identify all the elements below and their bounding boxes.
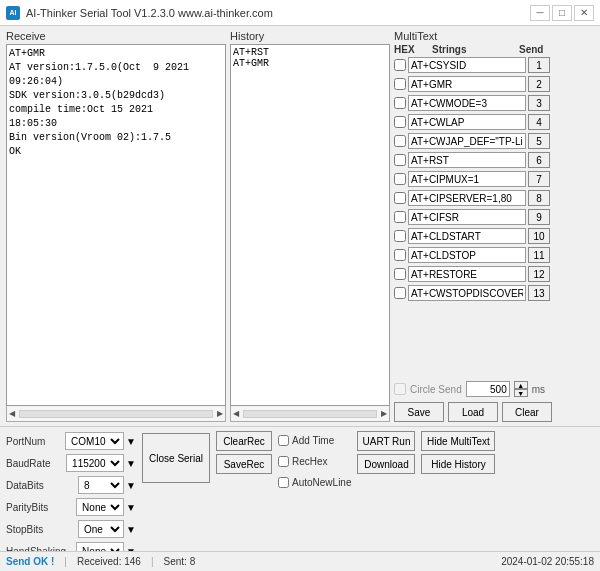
mt-send-btn-2[interactable]: 2	[528, 76, 550, 92]
clearrec-button[interactable]: ClearRec	[216, 431, 272, 451]
portnum-select[interactable]: COM10	[65, 432, 124, 450]
databits-select[interactable]: 8	[78, 476, 124, 494]
parity-label: ParityBits	[6, 502, 76, 513]
uart-run-button[interactable]: UART Run	[357, 431, 415, 451]
stopbits-chevron[interactable]: ▼	[124, 524, 136, 535]
mt-send-btn-9[interactable]: 9	[528, 209, 550, 225]
mt-send-btn-10[interactable]: 10	[528, 228, 550, 244]
mt-input-7[interactable]	[408, 171, 526, 187]
mt-check-13[interactable]	[394, 287, 406, 299]
mt-check-8[interactable]	[394, 192, 406, 204]
multitext-rows: 1 2 3 4 5	[394, 56, 594, 377]
status-sep-1: |	[64, 556, 67, 567]
circle-send-input[interactable]	[466, 381, 510, 397]
mt-check-3[interactable]	[394, 97, 406, 109]
mt-send-btn-11[interactable]: 11	[528, 247, 550, 263]
baudrate-select[interactable]: 115200	[66, 454, 124, 472]
title-bar-left: AI AI-Thinker Serial Tool V1.2.3.0 www.a…	[6, 6, 273, 20]
status-sep-2: |	[151, 556, 154, 567]
mt-input-6[interactable]	[408, 152, 526, 168]
main-content: Receive ◀ ▶ History ◀ ▶ MultiText HEX St…	[0, 26, 600, 426]
timestamp-status: 2024-01-02 20:55:18	[501, 556, 594, 567]
mt-send-btn-1[interactable]: 1	[528, 57, 550, 73]
send-ok-status: Send OK !	[6, 556, 54, 567]
databits-chevron[interactable]: ▼	[124, 480, 136, 491]
uart-download-buttons: UART Run Download	[357, 431, 415, 474]
col-send-label: Send	[519, 44, 543, 55]
mt-send-btn-13[interactable]: 13	[528, 285, 550, 301]
close-button[interactable]: ✕	[574, 5, 594, 21]
parity-row: ParityBits None ▼	[6, 497, 136, 517]
addtime-checkbox[interactable]	[278, 435, 289, 446]
mt-row-9: 9	[394, 208, 594, 226]
mt-check-2[interactable]	[394, 78, 406, 90]
mt-save-button[interactable]: Save	[394, 402, 444, 422]
receive-textarea[interactable]	[6, 44, 226, 406]
circle-send-checkbox	[394, 383, 406, 395]
minimize-button[interactable]: ─	[530, 5, 550, 21]
spinner-down[interactable]: ▼	[514, 389, 528, 397]
mt-check-1[interactable]	[394, 59, 406, 71]
mt-send-btn-6[interactable]: 6	[528, 152, 550, 168]
baudrate-chevron[interactable]: ▼	[124, 458, 136, 469]
hide-history-button[interactable]: Hide History	[421, 454, 495, 474]
mt-clear-button[interactable]: Clear	[502, 402, 552, 422]
mt-input-1[interactable]	[408, 57, 526, 73]
receive-scroll-right[interactable]: ▶	[215, 409, 225, 418]
circle-send-spinner[interactable]: ▲ ▼	[514, 381, 528, 397]
mt-input-5[interactable]	[408, 133, 526, 149]
mt-input-4[interactable]	[408, 114, 526, 130]
history-hscroll-track[interactable]	[243, 410, 377, 418]
multitext-columns: HEX Strings Send	[394, 44, 594, 55]
history-textarea[interactable]	[230, 44, 390, 406]
rechex-checkbox[interactable]	[278, 456, 289, 467]
receive-panel: Receive ◀ ▶	[6, 30, 226, 422]
download-button[interactable]: Download	[357, 454, 415, 474]
autonewline-row: AutoNewLine	[278, 473, 351, 491]
mt-check-9[interactable]	[394, 211, 406, 223]
mt-send-btn-3[interactable]: 3	[528, 95, 550, 111]
maximize-button[interactable]: □	[552, 5, 572, 21]
portnum-chevron[interactable]: ▼	[124, 436, 136, 447]
parity-chevron[interactable]: ▼	[124, 502, 136, 513]
mt-check-5[interactable]	[394, 135, 406, 147]
receive-scroll-left[interactable]: ◀	[7, 409, 17, 418]
app-icon: AI	[6, 6, 20, 20]
mt-action-row: Save Load Clear	[394, 402, 594, 422]
mt-row-6: 6	[394, 151, 594, 169]
portnum-label: PortNum	[6, 436, 65, 447]
mt-check-6[interactable]	[394, 154, 406, 166]
mt-check-4[interactable]	[394, 116, 406, 128]
spinner-up[interactable]: ▲	[514, 381, 528, 389]
mt-send-btn-4[interactable]: 4	[528, 114, 550, 130]
mt-input-11[interactable]	[408, 247, 526, 263]
mt-send-btn-8[interactable]: 8	[528, 190, 550, 206]
mt-input-8[interactable]	[408, 190, 526, 206]
autonewline-checkbox[interactable]	[278, 477, 289, 488]
mt-input-10[interactable]	[408, 228, 526, 244]
mt-check-12[interactable]	[394, 268, 406, 280]
receive-label: Receive	[6, 30, 226, 42]
mt-input-13[interactable]	[408, 285, 526, 301]
mt-load-button[interactable]: Load	[448, 402, 498, 422]
autonewline-label: AutoNewLine	[292, 477, 351, 488]
mt-send-btn-5[interactable]: 5	[528, 133, 550, 149]
stopbits-select[interactable]: One	[78, 520, 124, 538]
parity-select[interactable]: None	[76, 498, 124, 516]
mt-input-9[interactable]	[408, 209, 526, 225]
mt-input-3[interactable]	[408, 95, 526, 111]
mt-send-btn-12[interactable]: 12	[528, 266, 550, 282]
mt-row-3: 3	[394, 94, 594, 112]
hide-multitext-button[interactable]: Hide MultiText	[421, 431, 495, 451]
mt-input-2[interactable]	[408, 76, 526, 92]
saverec-button[interactable]: SaveRec	[216, 454, 272, 474]
mt-check-10[interactable]	[394, 230, 406, 242]
close-serial-button[interactable]: Close Serial	[142, 433, 210, 483]
history-scroll-left[interactable]: ◀	[231, 409, 241, 418]
receive-hscroll-track[interactable]	[19, 410, 213, 418]
history-scroll-right[interactable]: ▶	[379, 409, 389, 418]
mt-check-7[interactable]	[394, 173, 406, 185]
mt-input-12[interactable]	[408, 266, 526, 282]
mt-check-11[interactable]	[394, 249, 406, 261]
mt-send-btn-7[interactable]: 7	[528, 171, 550, 187]
